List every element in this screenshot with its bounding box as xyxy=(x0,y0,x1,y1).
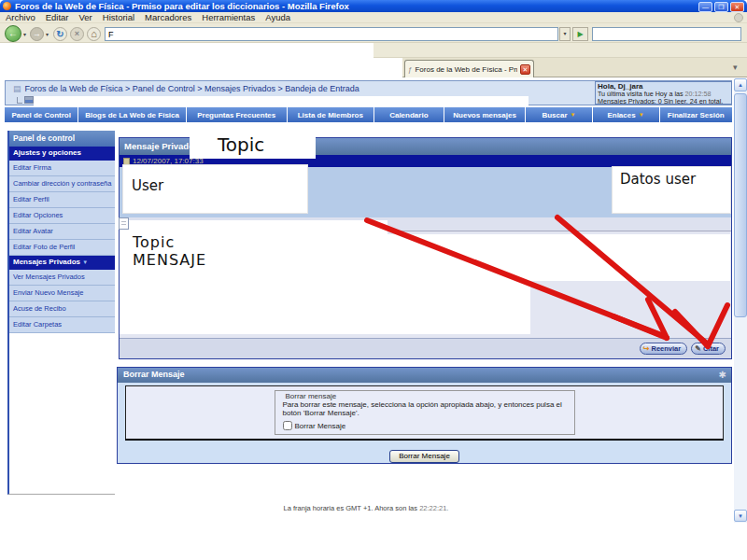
message-footer-bar: ↪ Reenviar ✎ Citar xyxy=(120,338,731,358)
annotation-user-box: User xyxy=(122,164,308,214)
back-dropdown-icon[interactable]: ▾ xyxy=(23,31,26,37)
delete-instructions: Para borrar este mensaje, selecciona la … xyxy=(283,400,567,417)
window-title: Foros de la Web de Física - Prmiso para … xyxy=(15,1,349,11)
tabstrip-blank-overlay xyxy=(0,58,402,77)
attachment-icon xyxy=(24,96,34,104)
nav-nuevos-mensajes[interactable]: Nuevos mensajes xyxy=(444,107,527,122)
close-icon[interactable]: ✕ xyxy=(730,2,744,12)
nav-preguntas-frecuentes[interactable]: Preguntas Frecuentes xyxy=(187,107,288,122)
search-input[interactable] xyxy=(592,27,741,41)
breadcrumb-icon: ▤ xyxy=(13,84,21,93)
annotation-user-data-box: Datos user xyxy=(612,166,731,214)
forward-arrow-icon: ↪ xyxy=(643,344,650,353)
nav-panel-de-control[interactable]: Panel de Control xyxy=(5,107,78,122)
sidebar-cat-mensajes-privados[interactable]: Mensajes Privados ▼ xyxy=(9,256,115,270)
menu-marcadores[interactable]: Marcadores xyxy=(145,12,191,22)
window-titlebar: Foros de la Web de Física - Prmiso para … xyxy=(0,0,747,12)
menu-ayuda[interactable]: Ayuda xyxy=(265,12,290,22)
vertical-scrollbar[interactable]: ▲ ▼ xyxy=(734,78,747,523)
throbber-icon xyxy=(734,13,743,22)
collapse-icon[interactable]: ✱ xyxy=(719,370,726,380)
restore-icon[interactable]: ❐ xyxy=(714,2,728,12)
screen: Foros de la Web de Física - Prmiso para … xyxy=(0,0,747,560)
subline-blank-overlay xyxy=(34,96,529,105)
menu-bar: Archivo Editar Ver Historial Marcadores … xyxy=(0,12,747,23)
reply-corner-icon xyxy=(17,97,22,104)
delete-panel-header: Borrar Mensaje ✱ xyxy=(118,368,731,383)
menu-archivo[interactable]: Archivo xyxy=(6,12,35,22)
delete-checkbox-row: Borrar Mensaje xyxy=(283,421,567,430)
forward-dropdown-icon[interactable]: ▾ xyxy=(46,31,49,37)
nav-calendario[interactable]: Calendario xyxy=(374,107,444,122)
delete-message-panel: Borrar Mensaje ✱ Borrar mensaje Para bor… xyxy=(117,367,732,464)
tab-favicon-icon: ƒ xyxy=(408,65,412,74)
chevron-down-icon: ▼ xyxy=(639,112,644,118)
control-panel-sidebar: Panel de control Ajustes y opciones Edit… xyxy=(7,131,115,495)
delete-fieldset: Borrar mensaje Para borrar este mensaje,… xyxy=(275,390,575,435)
sidebar-item-editar-foto[interactable]: Editar Foto de Perfil xyxy=(9,240,115,256)
annotation-topic-box: Topic xyxy=(190,133,316,159)
post-page-icon xyxy=(119,217,129,230)
go-icon[interactable]: ▶ xyxy=(572,27,588,41)
menu-ver[interactable]: Ver xyxy=(79,12,92,22)
tab-foros[interactable]: ƒ Foros de la Web de Física - Prmis... ✕ xyxy=(404,60,534,77)
delete-checkbox-label: Borrar Mensaje xyxy=(295,422,346,430)
delete-panel-body: Borrar mensaje Para borrar este mensaje,… xyxy=(125,385,724,441)
sidebar-item-editar-firma[interactable]: Editar Firma xyxy=(9,161,115,176)
footer-timezone: La franja horaria es GMT +1. Ahora son l… xyxy=(0,504,732,512)
scroll-up-icon[interactable]: ▲ xyxy=(734,78,747,91)
chevron-down-icon: ▼ xyxy=(571,112,576,118)
user-info-box: Hola, Dj_jara Tu última visita fue Hoy a… xyxy=(595,81,732,105)
sidebar-item-editar-perfil[interactable]: Editar Perfil xyxy=(9,192,115,208)
nav-lista-de-miembros[interactable]: Lista de Miembros xyxy=(288,107,374,122)
delete-fieldset-legend: Borrar mensaje xyxy=(283,392,567,400)
sidebar-item-editar-carpetas[interactable]: Editar Carpetas xyxy=(9,317,115,333)
nav-blogs[interactable]: Blogs de La Web de Física xyxy=(78,107,186,122)
forward-icon[interactable]: → xyxy=(30,27,44,41)
reenviar-button[interactable]: ↪ Reenviar xyxy=(640,343,687,355)
breadcrumb-text: Foros de la Web de Física > Panel de Con… xyxy=(25,84,359,93)
tab-close-icon[interactable]: ✕ xyxy=(520,64,530,75)
window-controls: — ❐ ✕ xyxy=(698,2,744,12)
sidebar-item-enviar-mensaje[interactable]: Enviar Nuevo Mensaje xyxy=(9,286,115,301)
stop-icon[interactable]: × xyxy=(70,27,84,41)
breadcrumb-subline xyxy=(17,96,34,104)
sidebar-cat-ajustes[interactable]: Ajustes y opciones xyxy=(9,147,115,161)
back-icon[interactable]: ← xyxy=(5,25,21,42)
sidebar-title: Panel de control xyxy=(9,131,115,147)
pm-summary-text: Mensajes Privados: 0 Sin leer, 24 en tot… xyxy=(598,97,723,105)
firefox-icon xyxy=(3,2,11,10)
citar-button[interactable]: ✎ Citar xyxy=(691,343,726,355)
sidebar-item-editar-avatar[interactable]: Editar Avatar xyxy=(9,224,115,240)
forum-navbar: Panel de Control Blogs de La Web de Físi… xyxy=(5,107,732,122)
reload-icon[interactable]: ↻ xyxy=(53,27,67,41)
nav-buscar[interactable]: Buscar▼ xyxy=(526,107,592,122)
chevron-down-icon: ▼ xyxy=(82,259,88,265)
menu-historial[interactable]: Historial xyxy=(103,12,134,22)
nav-enlaces[interactable]: Enlaces▼ xyxy=(593,107,660,122)
minimize-icon[interactable]: — xyxy=(698,2,712,12)
menu-editar[interactable]: Editar xyxy=(46,12,69,22)
sidebar-item-cambiar-direccion[interactable]: Cambiar dirección y contraseña xyxy=(9,176,115,192)
sidebar-item-acuse-recibo[interactable]: Acuse de Recibo xyxy=(9,301,115,317)
bookmarks-blank-overlay xyxy=(0,43,374,58)
breadcrumb[interactable]: ▤ Foros de la Web de Física > Panel de C… xyxy=(13,84,359,93)
borrar-mensaje-button[interactable]: Borrar Mensaje xyxy=(389,450,459,463)
sidebar-item-ver-mensajes[interactable]: Ver Mensajes Privados xyxy=(9,270,115,286)
tab-list-icon[interactable]: ▾ xyxy=(733,63,738,72)
scrollbar-thumb[interactable] xyxy=(734,93,747,317)
address-input[interactable] xyxy=(105,27,558,41)
delete-button-row: Borrar Mensaje xyxy=(118,445,731,463)
sidebar-item-editar-opciones[interactable]: Editar Opciones xyxy=(9,208,115,224)
tab-title: Foros de la Web de Física - Prmis... xyxy=(415,65,517,74)
address-dropdown-icon[interactable]: ▾ xyxy=(559,27,571,41)
home-icon[interactable]: ⌂ xyxy=(87,27,101,41)
scroll-down-icon[interactable]: ▼ xyxy=(734,510,747,522)
annotation-message-box: Topic MENSAJE xyxy=(120,220,388,308)
pencil-icon: ✎ xyxy=(695,344,701,353)
menu-herramientas[interactable]: Herramientas xyxy=(202,12,255,22)
nav-finalizar-sesion[interactable]: Finalizar Sesión xyxy=(660,107,732,122)
delete-checkbox[interactable] xyxy=(283,421,292,430)
